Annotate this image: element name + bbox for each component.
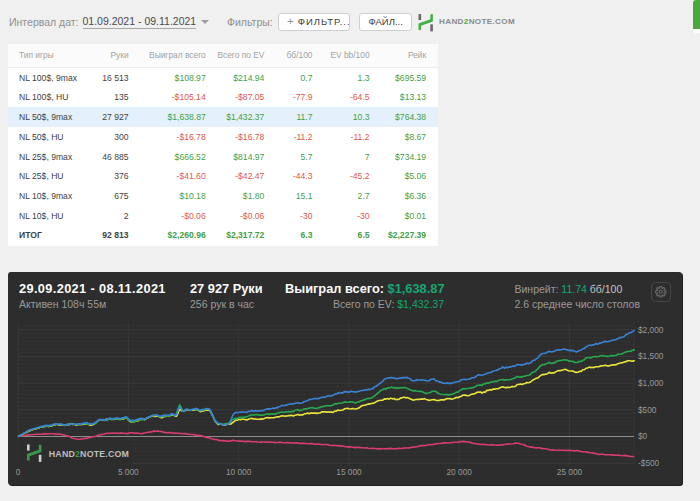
- svg-text:20 000: 20 000: [447, 467, 473, 477]
- svg-text:$1,500: $1,500: [638, 351, 664, 361]
- svg-text:$0: $0: [638, 431, 648, 441]
- svg-text:-$500: -$500: [638, 458, 660, 468]
- svg-text:0: 0: [16, 467, 21, 477]
- svg-text:$2,000: $2,000: [638, 325, 664, 335]
- svg-text:HAND2NOTE.COM: HAND2NOTE.COM: [49, 449, 129, 459]
- svg-text:10 000: 10 000: [226, 467, 252, 477]
- svg-text:25 000: 25 000: [557, 467, 583, 477]
- svg-text:$1,000: $1,000: [638, 378, 664, 388]
- svg-text:$500: $500: [638, 405, 657, 415]
- svg-text:5 000: 5 000: [118, 467, 139, 477]
- svg-text:15 000: 15 000: [336, 467, 362, 477]
